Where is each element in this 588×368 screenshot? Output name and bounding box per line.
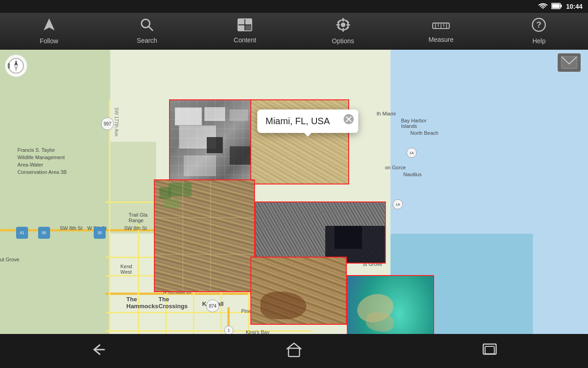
svg-rect-14 (342, 28, 344, 32)
nav-search[interactable]: Search (124, 14, 170, 48)
svg-point-11 (341, 23, 345, 27)
options-label: Options (332, 37, 354, 45)
nav-help[interactable]: ? Help (516, 14, 562, 48)
nav-measure[interactable]: Measure (418, 16, 464, 47)
home-button[interactable] (276, 339, 312, 362)
follow-icon (43, 17, 56, 35)
compass-button[interactable] (5, 54, 28, 77)
svg-rect-35 (288, 348, 300, 356)
follow-label: Follow (40, 37, 58, 45)
route90-marker: 90 (38, 227, 50, 239)
svg-rect-13 (342, 18, 344, 22)
road-v1 (138, 224, 139, 334)
sat-overlay-mid-left (154, 179, 255, 292)
home-icon (286, 342, 302, 361)
measure-icon (432, 19, 450, 34)
svg-rect-2 (552, 4, 560, 8)
route874-marker: 874 (206, 299, 219, 312)
route1a-marker1: 1A (407, 148, 417, 158)
search-label: Search (137, 37, 157, 44)
wifi-icon (538, 3, 548, 11)
sat-overlay-bot-center (250, 257, 347, 325)
recents-button[interactable] (472, 339, 509, 362)
svg-rect-1 (560, 5, 562, 7)
mail-button[interactable] (558, 53, 581, 72)
svg-marker-3 (44, 18, 55, 30)
route1-marker: 1 (224, 326, 233, 334)
svg-rect-10 (245, 25, 252, 31)
western-green-area (0, 50, 110, 334)
nav-bar: Follow Search Content (0, 13, 588, 50)
nav-follow[interactable]: Follow (26, 14, 72, 48)
location-popup: Miami, FL, USA (257, 109, 358, 133)
svg-rect-16 (346, 24, 350, 26)
road-h5 (106, 330, 312, 332)
route1a-marker2: 1A (393, 199, 403, 209)
route30-marker: 30 (94, 227, 106, 239)
help-label: Help (532, 37, 546, 45)
search-icon (140, 18, 154, 35)
recents-icon (482, 343, 498, 360)
route997-marker1: 997 (101, 117, 114, 130)
svg-rect-15 (336, 24, 340, 26)
popup-title: Miami, FL, USA (266, 116, 340, 126)
popup-close-button[interactable] (344, 114, 354, 124)
svg-line-5 (149, 27, 153, 30)
clock-display: 10:44 (566, 3, 582, 10)
svg-rect-37 (485, 346, 494, 354)
sat-overlay-bot-right (347, 275, 434, 334)
everglades-area (110, 142, 156, 234)
help-icon: ? (531, 17, 546, 35)
nav-content[interactable]: Content (222, 15, 268, 47)
map-container[interactable]: SW 177th Ave SW 8th St SW 8th St N Kenda… (0, 50, 588, 334)
options-icon (336, 17, 351, 35)
content-label: Content (234, 36, 256, 44)
bottom-nav-bar (0, 334, 588, 368)
svg-rect-9 (238, 25, 244, 31)
sat-overlay-mid-right (255, 201, 386, 264)
svg-text:?: ? (537, 20, 542, 29)
back-button[interactable] (79, 339, 116, 362)
battery-icon (551, 3, 562, 11)
route41-marker: 41 (16, 227, 28, 239)
content-icon (237, 18, 252, 34)
svg-rect-8 (245, 19, 252, 24)
status-bar: 10:44 (0, 0, 588, 13)
back-icon (90, 343, 106, 360)
measure-label: Measure (429, 36, 453, 43)
sw177-road (109, 99, 110, 334)
nav-options[interactable]: Options (320, 14, 366, 48)
svg-rect-7 (238, 19, 244, 24)
